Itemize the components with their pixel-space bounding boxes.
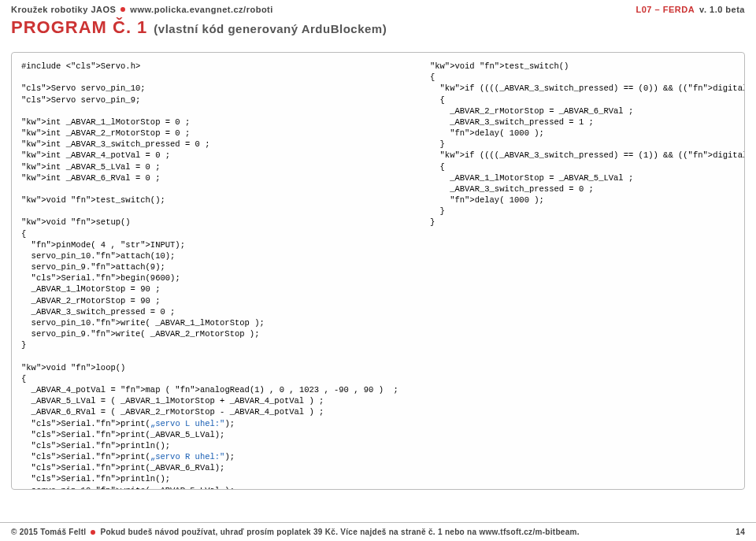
page-subtitle: (vlastní kód generovaný ArduBlockem) xyxy=(154,22,387,35)
doc-code: L07 – FERDA xyxy=(636,5,695,14)
code-column-right: "kw">void "fn">test_switch() { "kw">if (… xyxy=(430,61,745,490)
code-column-left: #include <"cls">Servo.h> "cls">Servo ser… xyxy=(21,61,398,490)
doc-version: v. 1.0 beta xyxy=(699,5,745,14)
footer-notice: Pokud budeš návod používat, uhraď prosím… xyxy=(100,528,579,536)
header-right: L07 – FERDA v. 1.0 beta xyxy=(636,5,745,14)
code-box: #include <"cls">Servo.h> "cls">Servo ser… xyxy=(11,52,745,490)
header-url: www.policka.evangnet.cz/roboti xyxy=(130,5,272,14)
dot-icon xyxy=(91,530,95,535)
header-club: Kroužek robotiky JAOS xyxy=(11,5,116,14)
title-row: PROGRAM Č. 1 (vlastní kód generovaný Ard… xyxy=(0,16,756,46)
header-left: Kroužek robotiky JAOS www.policka.evangn… xyxy=(11,5,273,14)
footer-left: © 2015 Tomáš Feltl Pokud budeš návod pou… xyxy=(11,528,580,536)
page-title: PROGRAM Č. 1 xyxy=(11,17,147,38)
page-number: 14 xyxy=(736,528,745,536)
page-header: Kroužek robotiky JAOS www.policka.evangn… xyxy=(0,0,756,16)
page-footer: © 2015 Tomáš Feltl Pokud budeš návod pou… xyxy=(0,522,756,541)
dot-icon xyxy=(120,7,125,12)
footer-copyright: © 2015 Tomáš Feltl xyxy=(11,528,86,536)
